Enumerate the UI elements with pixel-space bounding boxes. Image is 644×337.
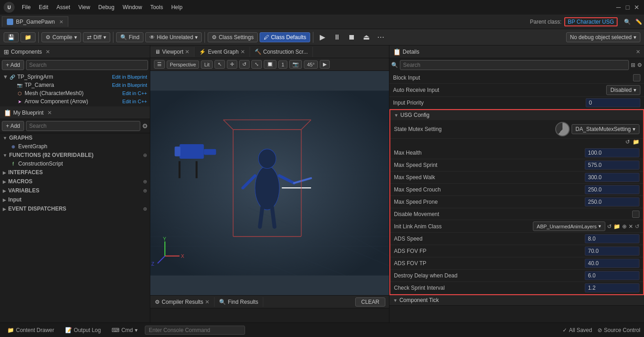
scale-button[interactable]: ⤡ bbox=[251, 60, 262, 69]
max-speed-prone-input[interactable] bbox=[585, 197, 639, 206]
menu-asset[interactable]: Asset bbox=[53, 3, 74, 11]
viewport-area[interactable]: X Y Z bbox=[150, 71, 389, 295]
anim-class-reset-icon[interactable]: ↺ bbox=[635, 223, 639, 230]
maximize-button[interactable]: □ bbox=[624, 4, 631, 11]
menu-view[interactable]: View bbox=[75, 3, 94, 11]
anim-class-remove-icon[interactable]: ✕ bbox=[629, 223, 633, 230]
event-graph-tab-close[interactable]: ✕ bbox=[240, 49, 245, 55]
input-priority-input[interactable] bbox=[586, 98, 640, 107]
max-health-input[interactable] bbox=[585, 148, 639, 157]
hide-unrelated-button[interactable]: 👁 Hide Unrelated ▾ bbox=[145, 32, 202, 42]
tab-find-results[interactable]: 🔍 Find Results bbox=[215, 297, 263, 307]
blueprint-panel-close[interactable]: ✕ bbox=[47, 110, 52, 116]
menu-edit[interactable]: Edit bbox=[35, 3, 52, 11]
interfaces-section-header[interactable]: ▶ INTERFACES bbox=[0, 168, 150, 177]
perspective-button[interactable]: Perspective bbox=[167, 60, 199, 69]
content-drawer-button[interactable]: 📁 Content Drawer bbox=[4, 326, 58, 334]
blueprint-add-button[interactable]: + Add bbox=[2, 121, 24, 131]
console-input[interactable] bbox=[145, 326, 245, 335]
compile-button[interactable]: ⚙ Compile ▾ bbox=[41, 32, 81, 42]
browse-button[interactable]: 📁 bbox=[20, 32, 36, 42]
components-panel-close[interactable]: ✕ bbox=[46, 49, 50, 55]
class-settings-button[interactable]: ⚙ Class Settings bbox=[208, 32, 258, 42]
tab-event-graph[interactable]: ⚡ Event Graph ✕ bbox=[194, 47, 250, 57]
menu-tools[interactable]: Tools bbox=[147, 3, 167, 11]
max-speed-walk-input[interactable] bbox=[585, 173, 639, 182]
max-speed-crouch-input[interactable] bbox=[585, 185, 639, 194]
components-add-button[interactable]: + Add bbox=[2, 60, 24, 70]
details-search-input[interactable] bbox=[400, 60, 629, 70]
usg-config-header[interactable]: ▼ USG Config bbox=[390, 110, 643, 120]
springarm-action[interactable]: Edit in Blueprint bbox=[112, 74, 147, 80]
diff-button[interactable]: ⇄ Diff ▾ bbox=[83, 32, 110, 42]
check-sprint-interval-input[interactable] bbox=[585, 283, 639, 292]
anim-class-browse-icon[interactable]: 📁 bbox=[613, 223, 620, 230]
component-tick-section-header[interactable]: ▼ Component Tick bbox=[389, 295, 644, 306]
tree-item-arrow[interactable]: ➤ Arrow Component (Arrow) Edit in C++ bbox=[7, 97, 150, 106]
menu-window[interactable]: Window bbox=[119, 3, 146, 11]
event-dispatchers-section-header[interactable]: ▶ EVENT DISPATCHERS ⊕ bbox=[0, 204, 150, 213]
tab-close-button[interactable]: ✕ bbox=[59, 19, 63, 25]
ads-fov-tp-input[interactable] bbox=[585, 259, 639, 268]
tab-viewport[interactable]: 🖥 Viewport ✕ bbox=[150, 47, 194, 57]
state-mutex-browse-icon[interactable]: 📁 bbox=[633, 139, 639, 145]
anim-class-add-icon[interactable]: ⊕ bbox=[622, 223, 627, 230]
disable-movement-checkbox[interactable] bbox=[632, 211, 639, 218]
select-mode-button[interactable]: ↖ bbox=[215, 60, 225, 69]
viewport-options-button[interactable]: ☰ bbox=[154, 60, 165, 69]
angle-button[interactable]: 45° bbox=[304, 60, 318, 69]
macros-section-header[interactable]: ▶ MACROS ⊕ bbox=[0, 177, 150, 186]
event-graph-item[interactable]: ⊕ EventGraph bbox=[7, 142, 150, 151]
play-options-button[interactable]: ⋯ bbox=[374, 31, 387, 44]
blueprint-search-input[interactable] bbox=[26, 121, 140, 131]
play-button[interactable]: ▶ bbox=[316, 31, 329, 44]
anim-class-refresh-icon[interactable]: ↺ bbox=[607, 223, 612, 230]
ads-fov-fp-input[interactable] bbox=[585, 246, 639, 256]
graphs-section-header[interactable]: ▼ GRAPHS bbox=[0, 133, 150, 142]
cmd-button[interactable]: ⌨ Cmd ▾ bbox=[108, 326, 141, 334]
camera-speed-button[interactable]: 📷 bbox=[289, 60, 302, 69]
output-log-button[interactable]: 📝 Output Log bbox=[61, 326, 104, 334]
state-mutex-refresh-icon[interactable]: ↺ bbox=[625, 139, 630, 145]
rotate-button[interactable]: ↺ bbox=[239, 60, 250, 69]
ads-speed-input[interactable] bbox=[585, 234, 639, 243]
class-defaults-button[interactable]: 🖊 Class Defaults bbox=[260, 32, 310, 42]
details-grid-icon[interactable]: ⊞ bbox=[631, 62, 635, 68]
eject-button[interactable]: ⏏ bbox=[360, 31, 373, 44]
components-search-input[interactable] bbox=[26, 60, 148, 70]
variables-section-header[interactable]: ▶ VARIABLES ⊕ bbox=[0, 186, 150, 195]
event-dispatchers-add-icon[interactable]: ⊕ bbox=[143, 206, 147, 212]
functions-section-header[interactable]: ▼ FUNCTIONS (92 OVERRIDABLE) ⊕ bbox=[0, 151, 150, 160]
arrow-action[interactable]: Edit in C++ bbox=[123, 99, 147, 104]
menu-file[interactable]: File bbox=[18, 3, 34, 11]
details-close-button[interactable]: ✕ bbox=[636, 49, 640, 55]
tree-item-tp-camera[interactable]: 📷 TP_Camera Edit in Blueprint bbox=[7, 81, 150, 89]
menu-help[interactable]: Help bbox=[168, 3, 186, 11]
auto-receive-dropdown[interactable]: Disabled ▾ bbox=[606, 85, 640, 95]
max-speed-sprint-input[interactable] bbox=[585, 161, 639, 170]
stop-button[interactable]: ⏹ bbox=[345, 31, 358, 44]
details-settings-icon[interactable]: ⚙ bbox=[637, 62, 642, 68]
tab-construction-script[interactable]: 🔨 Construction Scr... bbox=[250, 47, 313, 57]
input-section-header[interactable]: ▶ Input bbox=[0, 195, 150, 204]
state-mutex-dropdown[interactable]: DA_StateMutexSetting ▾ bbox=[572, 124, 639, 134]
anim-class-dropdown[interactable]: ABP_UnarmedAnimLayers ▾ bbox=[533, 221, 605, 231]
find-button[interactable]: 🔍 Find bbox=[116, 32, 143, 42]
pause-button[interactable]: ⏸ bbox=[331, 31, 343, 44]
construction-script-item[interactable]: f ConstructionScript bbox=[7, 160, 150, 168]
search-parent-icon[interactable]: 🔍 bbox=[624, 19, 631, 25]
minimize-button[interactable]: ─ bbox=[615, 4, 622, 11]
macros-add-icon[interactable]: ⊕ bbox=[143, 179, 147, 185]
variables-add-icon[interactable]: ⊕ bbox=[143, 188, 147, 194]
block-input-checkbox[interactable] bbox=[633, 74, 640, 81]
close-button[interactable]: ✕ bbox=[633, 4, 640, 11]
lit-button[interactable]: Lit bbox=[201, 60, 213, 69]
clear-button[interactable]: CLEAR bbox=[355, 297, 385, 307]
grid-size-button[interactable]: 1 bbox=[278, 60, 287, 69]
mesh-action[interactable]: Edit in C++ bbox=[123, 91, 147, 96]
blueprint-settings-icon[interactable]: ⚙ bbox=[142, 122, 148, 130]
destroy-delay-input[interactable] bbox=[585, 271, 639, 280]
snap-button[interactable]: 🔲 bbox=[264, 60, 276, 69]
debug-selector[interactable]: No debug object selected ▾ bbox=[566, 32, 640, 42]
functions-add-icon[interactable]: ⊕ bbox=[143, 152, 147, 158]
